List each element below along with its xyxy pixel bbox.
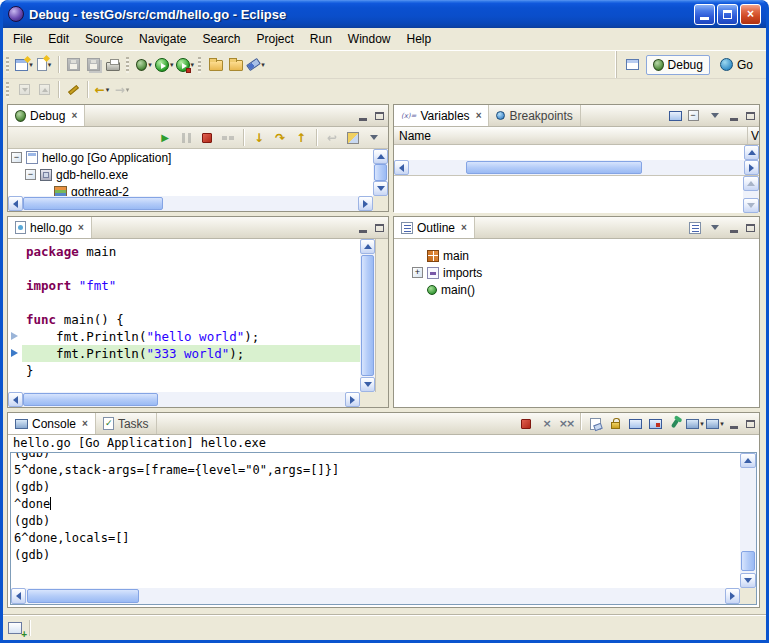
debug-tree-item[interactable]: gothread-2 [8, 183, 373, 196]
new-file-button[interactable]: ▾ [34, 54, 54, 75]
menu-search[interactable]: Search [194, 30, 248, 48]
console-horizontal-scrollbar[interactable] [11, 588, 740, 604]
scroll-down-button[interactable] [740, 573, 756, 588]
debug-tree-item[interactable]: −hello.go [Go Application] [8, 149, 373, 166]
tab-variables[interactable]: (x)= Variables × [394, 105, 489, 126]
menu-project[interactable]: Project [248, 30, 301, 48]
minimize-view-button[interactable] [354, 217, 371, 238]
open-console-button[interactable]: ▾ [705, 413, 725, 434]
editor-horizontal-scrollbar[interactable] [8, 392, 360, 407]
titlebar[interactable]: Debug - testGo/src/cmd/hello.go - Eclips… [3, 0, 766, 28]
save-all-button[interactable] [83, 54, 103, 75]
close-icon[interactable]: × [71, 110, 77, 121]
debug-dropdown-button[interactable]: ▾ [134, 54, 154, 75]
show-logical-structure-button[interactable] [665, 105, 685, 126]
detail-vertical-scrollbar[interactable] [743, 176, 759, 213]
print-button[interactable] [103, 54, 123, 75]
remove-launch-button[interactable]: × [536, 413, 556, 434]
scroll-up-button[interactable] [373, 149, 388, 164]
tab-tasks[interactable]: ✓ Tasks [96, 413, 157, 434]
instruction-pointer-icon[interactable] [11, 349, 18, 357]
debug-tree-item[interactable]: −gdb-hello.exe [8, 166, 373, 183]
scroll-up-button[interactable] [743, 176, 759, 191]
code-line[interactable]: } [22, 362, 360, 379]
scrollbar-thumb[interactable] [361, 255, 374, 376]
maximize-view-button[interactable] [742, 413, 759, 434]
step-into-button[interactable]: ↓ [249, 127, 269, 148]
scroll-left-button[interactable] [8, 196, 23, 211]
instruction-pointer-icon[interactable] [11, 332, 18, 340]
scroll-up-button[interactable] [740, 453, 756, 468]
open-type-button[interactable] [226, 54, 246, 75]
scroll-left-button[interactable] [8, 392, 23, 407]
tab-outline[interactable]: Outline × [394, 217, 475, 238]
minimize-view-button[interactable] [725, 105, 742, 126]
scrollbar-thumb[interactable] [23, 393, 158, 406]
menu-navigate[interactable]: Navigate [131, 30, 194, 48]
scroll-down-button[interactable] [373, 181, 388, 196]
window-maximize-button[interactable] [717, 4, 738, 25]
code-line[interactable]: fmt.Println("333 world"); [22, 345, 360, 362]
window-close-button[interactable]: × [740, 4, 761, 25]
disconnect-button[interactable] [218, 127, 238, 148]
maximize-view-button[interactable] [371, 105, 388, 126]
search-button[interactable]: ▾ [246, 54, 266, 75]
scroll-down-button[interactable] [743, 198, 759, 213]
scrollbar-thumb[interactable] [466, 161, 642, 174]
suspend-button[interactable] [176, 127, 196, 148]
scroll-lock-button[interactable] [605, 413, 625, 434]
external-tools-button[interactable]: ▾ [175, 54, 196, 75]
code-line[interactable]: fmt.Println("hello world"); [22, 328, 360, 345]
terminate-button[interactable] [197, 127, 217, 148]
window-minimize-button[interactable] [694, 4, 715, 25]
editor-ruler[interactable] [8, 239, 22, 392]
close-icon[interactable]: × [78, 222, 84, 233]
view-menu-button[interactable] [705, 217, 725, 238]
scrollbar-thumb[interactable] [374, 164, 387, 181]
show-stdout-button[interactable] [625, 413, 645, 434]
last-edit-location-button[interactable] [63, 79, 83, 100]
maximize-view-button[interactable] [742, 217, 759, 238]
scroll-right-button[interactable] [345, 392, 360, 407]
forward-button[interactable]: →▾ [112, 79, 132, 100]
drop-to-frame-button[interactable]: ↩ [322, 127, 342, 148]
pin-console-button[interactable] [665, 413, 685, 434]
perspective-debug-button[interactable]: Debug [646, 55, 710, 75]
maximize-view-button[interactable] [371, 217, 388, 238]
scroll-up-button[interactable] [744, 145, 759, 160]
scrollbar-thumb[interactable] [23, 197, 163, 210]
clear-console-button[interactable] [585, 413, 605, 434]
scroll-left-button[interactable] [394, 160, 409, 175]
run-dropdown-button[interactable]: ▾ [154, 54, 175, 75]
close-icon[interactable]: × [82, 418, 88, 429]
menu-help[interactable]: Help [399, 30, 440, 48]
previous-annotation-button[interactable] [34, 79, 54, 100]
column-name[interactable]: Name [394, 127, 748, 144]
outline-item[interactable]: +imports [412, 264, 759, 281]
code-lines[interactable]: package mainimport "fmt"func main() { fm… [22, 239, 360, 392]
close-icon[interactable]: × [461, 222, 467, 233]
next-annotation-button[interactable] [14, 79, 34, 100]
variables-column-header[interactable]: Name V [394, 127, 759, 145]
debug-horizontal-scrollbar[interactable] [8, 196, 373, 211]
save-button[interactable] [63, 54, 83, 75]
scroll-right-button[interactable] [725, 588, 740, 604]
step-over-button[interactable]: ↷ [270, 127, 290, 148]
scroll-right-button[interactable] [744, 160, 759, 175]
editor-vertical-scrollbar[interactable] [360, 239, 375, 392]
variables-horizontal-scrollbar[interactable] [394, 160, 759, 175]
outline-item[interactable]: main [412, 247, 759, 264]
resume-button[interactable]: ▶ [155, 127, 175, 148]
menu-window[interactable]: Window [340, 30, 399, 48]
terminate-button[interactable] [516, 413, 536, 434]
tree-expander-icon[interactable]: + [412, 267, 423, 278]
variables-detail-pane[interactable] [394, 175, 759, 213]
scroll-left-button[interactable] [11, 588, 26, 604]
tree-expander-icon[interactable]: − [11, 152, 22, 163]
code-line[interactable] [22, 260, 360, 277]
column-value[interactable]: V [748, 129, 759, 143]
minimize-view-button[interactable] [725, 413, 742, 434]
collapse-all-button[interactable]: − [685, 105, 705, 126]
menu-source[interactable]: Source [77, 30, 131, 48]
step-filters-button[interactable] [343, 127, 363, 148]
